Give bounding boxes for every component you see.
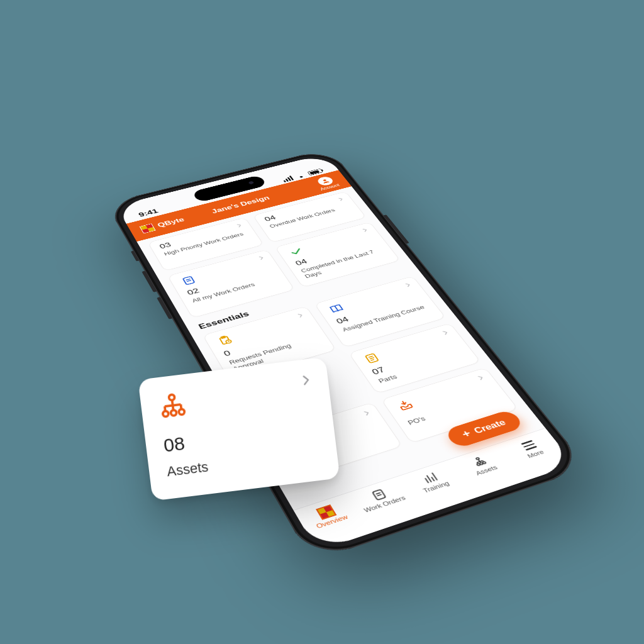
chevron-right-icon [402, 281, 413, 288]
volume-down-button[interactable] [157, 297, 172, 319]
tab-work-orders[interactable]: Work Orders [352, 481, 410, 514]
card-count: 0 [222, 325, 314, 358]
svg-point-23 [170, 410, 177, 416]
phone-frame: 9:41 QByte Jane's Design [106, 148, 588, 562]
document-icon [179, 274, 199, 287]
svg-point-21 [169, 394, 175, 401]
card-pos[interactable]: PO's [381, 367, 519, 443]
tab-label: Training [411, 477, 461, 497]
assets-icon [453, 448, 506, 475]
chevron-right-icon [256, 255, 267, 262]
clipboard-clock-icon [214, 333, 236, 348]
tab-more[interactable]: More [502, 433, 559, 464]
svg-rect-4 [219, 336, 230, 344]
tab-label: Assets [462, 460, 511, 480]
checkmark-icon [286, 245, 306, 258]
svg-line-7 [335, 306, 338, 310]
book-icon [326, 302, 347, 316]
tab-overview[interactable]: Overview [299, 498, 358, 533]
plus-icon: + [463, 433, 470, 435]
svg-line-3 [187, 280, 191, 281]
card-parts[interactable]: 07 Parts [348, 323, 481, 394]
card-count: 07 [370, 343, 462, 377]
tab-training[interactable]: Training [403, 465, 461, 497]
svg-line-16 [377, 495, 381, 496]
chevron-right-icon [298, 372, 314, 388]
content-area: 03 High Priority Work Orders 04 Overdue … [136, 186, 574, 551]
more-icon [502, 433, 555, 458]
svg-line-2 [186, 279, 189, 280]
svg-line-9 [369, 356, 373, 357]
assets-hierarchy-icon [157, 391, 188, 421]
chevron-right-icon [294, 311, 306, 319]
svg-rect-14 [372, 489, 386, 500]
account-button[interactable]: Account [313, 175, 341, 191]
tab-assets[interactable]: Assets [453, 448, 511, 480]
svg-point-17 [476, 457, 480, 460]
svg-point-20 [482, 462, 486, 464]
svg-point-6 [225, 339, 232, 343]
svg-point-22 [162, 411, 169, 417]
create-button[interactable]: + Create [443, 409, 525, 449]
card-label: PO's [406, 392, 499, 427]
brand-logo-icon [140, 223, 156, 233]
svg-point-18 [477, 463, 480, 465]
training-icon [403, 465, 457, 492]
silence-switch[interactable] [131, 251, 140, 262]
card-label: Parts [377, 352, 468, 385]
tab-label: Work Orders [360, 494, 410, 515]
overview-icon [316, 504, 336, 520]
volume-up-button[interactable] [142, 270, 157, 292]
svg-point-24 [179, 409, 185, 415]
tab-label: More [512, 444, 560, 464]
brand-name: QByte [157, 216, 186, 228]
svg-point-0 [323, 179, 326, 182]
svg-rect-5 [221, 336, 225, 338]
create-label: Create [472, 418, 508, 436]
work-orders-icon [352, 481, 406, 509]
svg-line-15 [376, 493, 380, 494]
chevron-right-icon [360, 409, 373, 418]
svg-line-11 [371, 360, 374, 360]
tab-label: Overview [306, 511, 358, 533]
parts-icon [361, 351, 384, 365]
chevron-right-icon [440, 329, 452, 336]
chevron-right-icon [360, 227, 370, 233]
svg-point-19 [480, 462, 484, 465]
inbox-icon [394, 397, 417, 413]
svg-rect-8 [365, 353, 379, 363]
card-assets[interactable]: 08 Assets [138, 357, 340, 501]
chevron-right-icon [474, 374, 487, 382]
svg-line-10 [370, 358, 374, 359]
